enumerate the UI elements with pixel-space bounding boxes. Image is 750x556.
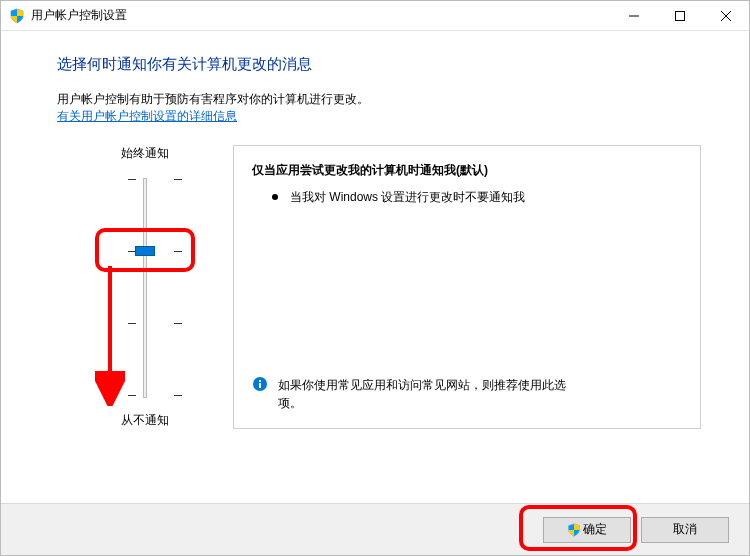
info-icon: [252, 376, 268, 392]
uac-shield-icon: [567, 523, 581, 537]
window-title: 用户帐户控制设置: [31, 7, 127, 24]
cancel-button[interactable]: 取消: [641, 517, 729, 543]
svg-rect-7: [259, 380, 261, 382]
cancel-button-label: 取消: [673, 521, 697, 538]
slider-column: 始终通知 从不通知: [85, 145, 205, 429]
slider-area: [115, 178, 175, 398]
slider-thumb[interactable]: [135, 246, 155, 256]
description-bullet-text: 当我对 Windows 设置进行更改时不要通知我: [290, 189, 525, 206]
help-link[interactable]: 有关用户帐户控制设置的详细信息: [57, 108, 237, 125]
svg-rect-6: [259, 383, 261, 388]
description-title: 仅当应用尝试更改我的计算机时通知我(默认): [252, 162, 682, 179]
page-subtext: 用户帐户控制有助于预防有害程序对你的计算机进行更改。: [57, 90, 701, 108]
minimize-button[interactable]: [611, 1, 657, 31]
titlebar: 用户帐户控制设置: [1, 1, 749, 31]
body-area: 始终通知 从不通知 仅当应用尝试更改我的计算机时通知我(默认): [57, 145, 701, 429]
recommendation-row: 如果你使用常见应用和访问常见网站，则推荐使用此选项。: [252, 376, 682, 412]
notification-slider[interactable]: [143, 178, 147, 398]
window-controls: [611, 1, 749, 31]
ok-button[interactable]: 确定: [543, 517, 631, 543]
page-heading: 选择何时通知你有关计算机更改的消息: [57, 55, 701, 74]
uac-shield-icon: [9, 8, 25, 24]
description-bullet: 当我对 Windows 设置进行更改时不要通知我: [252, 189, 682, 206]
close-button[interactable]: [703, 1, 749, 31]
ok-button-label: 确定: [583, 521, 607, 538]
slider-label-always: 始终通知: [121, 145, 169, 162]
footer-bar: 确定 取消: [1, 503, 749, 555]
annotation-arrow: [95, 266, 125, 406]
maximize-button[interactable]: [657, 1, 703, 31]
bullet-dot-icon: [272, 194, 278, 200]
content-area: 选择何时通知你有关计算机更改的消息 用户帐户控制有助于预防有害程序对你的计算机进…: [1, 31, 749, 429]
description-panel: 仅当应用尝试更改我的计算机时通知我(默认) 当我对 Windows 设置进行更改…: [233, 145, 701, 429]
slider-label-never: 从不通知: [121, 412, 169, 429]
recommendation-text: 如果你使用常见应用和访问常见网站，则推荐使用此选项。: [278, 376, 578, 412]
svg-rect-1: [676, 11, 685, 20]
